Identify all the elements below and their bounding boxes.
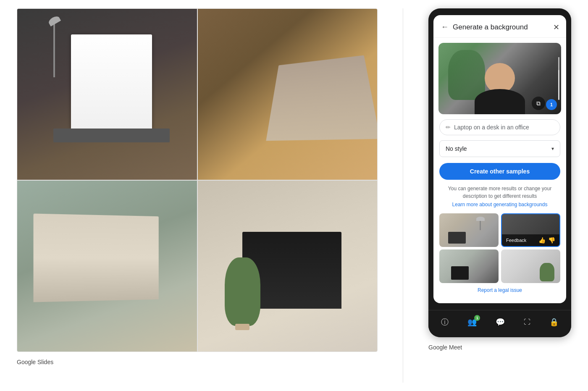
meet-panel: ← Generate a background ✕ ⧉ 1 <box>428 8 571 351</box>
person-body <box>475 89 525 114</box>
scroll-indicator <box>558 57 559 100</box>
panel-header-left: ← Generate a background <box>440 22 528 32</box>
bottom-nav: ⓘ 👥 1 💬 ⛶ 🔒 <box>428 310 571 337</box>
layers-icon: ⧉ <box>536 100 541 107</box>
nav-chat-button[interactable]: 💬 <box>492 316 508 328</box>
feedback-overlay: Feedback 👍 👎 <box>502 234 559 246</box>
helper-text: You can generate more results or change … <box>439 185 560 200</box>
people-badge: 1 <box>474 315 480 321</box>
nav-people-button[interactable]: 👥 1 <box>464 316 480 328</box>
nav-lock-button[interactable]: 🔒 <box>546 316 562 328</box>
thumbnail-2[interactable]: Feedback 👍 👎 <box>501 213 560 247</box>
slides-grid-wrapper <box>17 8 378 352</box>
meet-label: Google Meet <box>428 344 462 351</box>
thumb-monitor-decoration <box>448 232 466 244</box>
style-dropdown[interactable]: No style ▾ <box>439 140 560 157</box>
slide-image-1[interactable] <box>17 9 197 180</box>
scroll-thumb <box>558 57 559 70</box>
thumbs-down-icon[interactable]: 👎 <box>548 237 555 244</box>
lamp-decoration <box>53 17 55 77</box>
thumb-plant-decoration <box>540 263 554 281</box>
pencil-icon: ✏ <box>446 124 451 131</box>
slide-image-3[interactable] <box>17 181 197 352</box>
prompt-input-field[interactable]: ✏ Laptop on a desk in an office <box>439 119 560 135</box>
feedback-icons: 👍 👎 <box>538 237 555 244</box>
close-button[interactable]: ✕ <box>553 23 559 32</box>
activities-icon: ⛶ <box>524 318 530 326</box>
thumb-desk-decoration <box>451 266 469 280</box>
thumbnail-1[interactable] <box>439 213 499 247</box>
person-head <box>485 63 515 93</box>
thumbnail-3[interactable] <box>439 249 499 283</box>
thumbs-up-icon[interactable]: 👍 <box>538 237 546 244</box>
panel-title: Generate a background <box>453 23 528 31</box>
phone-mockup: ← Generate a background ✕ ⧉ 1 <box>428 8 571 337</box>
panel-content: ✏ Laptop on a desk in an office No style… <box>433 114 566 303</box>
report-legal-link[interactable]: Report a legal issue <box>439 287 560 297</box>
layers-badge: 1 <box>546 99 557 110</box>
phone-inner: ← Generate a background ✕ ⧉ 1 <box>433 15 566 303</box>
create-samples-button[interactable]: Create other samples <box>439 163 560 180</box>
prompt-input-text: Laptop on a desk in an office <box>454 124 554 131</box>
panel-header: ← Generate a background ✕ <box>433 15 566 38</box>
thumbnail-grid: Feedback 👍 👎 <box>439 213 560 283</box>
nav-activities-button[interactable]: ⛶ <box>520 317 534 328</box>
learn-more-link[interactable]: Learn more about generating backgrounds <box>439 202 560 207</box>
preview-video: ⧉ 1 <box>438 43 561 114</box>
slide-image-2[interactable] <box>198 9 378 180</box>
thumbnail-4[interactable] <box>501 249 560 283</box>
slide-image-4[interactable] <box>198 181 378 352</box>
plant-decoration <box>225 257 261 326</box>
back-button[interactable]: ← <box>440 22 449 32</box>
slides-label: Google Slides <box>17 359 53 365</box>
plant-background <box>448 50 485 100</box>
dropdown-arrow-icon: ▾ <box>551 146 554 152</box>
slides-panel: Google Slides <box>17 8 378 365</box>
layers-icon-wrap[interactable]: ⧉ <box>532 97 545 110</box>
feedback-label: Feedback <box>506 238 526 243</box>
thumb-lamp-decoration <box>480 217 481 230</box>
style-value: No style <box>446 145 467 152</box>
info-icon: ⓘ <box>441 317 449 327</box>
lock-icon: 🔒 <box>549 318 559 327</box>
nav-info-button[interactable]: ⓘ <box>438 315 452 329</box>
slides-grid <box>17 9 377 352</box>
panel-divider <box>403 8 403 383</box>
chat-icon: 💬 <box>496 318 505 327</box>
